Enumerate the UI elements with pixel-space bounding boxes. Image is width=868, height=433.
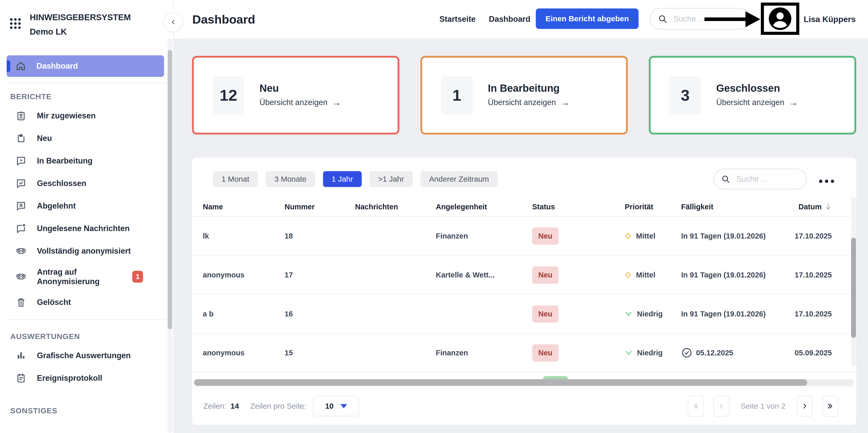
card-overview-link[interactable]: Übersicht anzeigen →: [488, 97, 569, 108]
chevron-right-icon: [800, 402, 809, 410]
nav-dashboard[interactable]: Dashboard: [489, 14, 530, 24]
filter-1-jahr[interactable]: 1 Jahr: [323, 171, 362, 187]
sidebar-item-in-bearbeitung[interactable]: In Bearbeitung: [0, 149, 173, 172]
sidebar: HINWEISGEBERSYSTEM Demo LK Dashboard BER…: [0, 0, 174, 433]
sidebar-item-abgelehnt[interactable]: Abgelehnt: [0, 195, 173, 217]
sidebar-collapse-button[interactable]: [163, 12, 183, 32]
status-badge: Neu: [532, 228, 559, 245]
table-row[interactable]: anonymous 15 Finanzen Neu Niedrig: [192, 334, 856, 372]
sidebar-item-mir-zugewiesen[interactable]: Mir zugewiesen: [0, 104, 173, 127]
search-icon: [657, 14, 668, 24]
divider: [7, 82, 166, 83]
table-vertical-scrollbar[interactable]: [851, 238, 856, 338]
column-header-datum[interactable]: Datum: [784, 203, 832, 211]
sidebar-section-auswertungen: AUSWERTUNGEN: [10, 332, 173, 341]
unread-chat-icon: [16, 223, 27, 234]
table-search-input[interactable]: [736, 174, 787, 184]
filter-anderer-zeitraum[interactable]: Anderer Zeitraum: [421, 171, 498, 187]
column-header-name[interactable]: Name: [203, 203, 284, 211]
app-logo: HINWEISGEBERSYSTEM Demo LK: [0, 0, 173, 39]
main-area: Dashboard Startseite Dashboard Einen Ber…: [174, 0, 868, 433]
rows-count: 14: [230, 402, 239, 410]
sidebar-item-ereignisprotokoll[interactable]: Ereignisprotokoll: [0, 367, 173, 390]
sidebar-section-sonstiges: SONSTIGES: [10, 406, 173, 415]
card-overview-link[interactable]: Übersicht anzeigen →: [259, 97, 341, 108]
column-header-faelligkeit[interactable]: Fälligkeit: [681, 203, 784, 211]
chevron-left-icon: [717, 402, 726, 410]
avatar-icon: [768, 6, 793, 31]
card-title: Geschlossen: [716, 82, 798, 94]
search-icon: [721, 174, 731, 184]
column-header-nachrichten[interactable]: Nachrichten: [355, 203, 436, 211]
previous-page-button[interactable]: [713, 396, 729, 417]
arrow-right-icon: →: [560, 97, 569, 108]
column-header-prioritaet[interactable]: Priorität: [625, 203, 681, 211]
card-in-bearbeitung: 1 In Bearbeitung Übersicht anzeigen →: [421, 56, 628, 134]
app-title: HINWEISGEBERSYSTEM Demo LK: [30, 10, 131, 39]
dropdown-arrow-icon: [340, 404, 347, 408]
double-chevron-left-icon: [691, 402, 700, 410]
bar-chart-icon: [16, 350, 27, 361]
table-header-row: Name Nummer Nachrichten Angelegenheit St…: [192, 197, 856, 217]
status-badge: Neu: [532, 344, 559, 362]
trash-icon: [16, 297, 27, 308]
double-chevron-right-icon: [826, 402, 835, 410]
home-icon: [16, 61, 26, 71]
priority-mittel-icon: [625, 233, 631, 239]
content-area: 12 Neu Übersicht anzeigen → 1 In Bearbei…: [174, 38, 868, 433]
sidebar-item-geloescht[interactable]: Gelöscht: [0, 291, 173, 313]
more-options-icon[interactable]: [819, 179, 834, 183]
next-page-button[interactable]: [797, 396, 813, 417]
sidebar-item-dashboard[interactable]: Dashboard: [7, 55, 164, 77]
top-bar: Dashboard Startseite Dashboard Einen Ber…: [174, 0, 868, 38]
arrow-right-icon: →: [332, 97, 341, 108]
last-page-button[interactable]: [823, 396, 838, 417]
table-search: [713, 169, 807, 190]
table-row[interactable]: a b 16 Neu Niedrig In 91 Tagen (19.01.20…: [192, 295, 856, 334]
submit-report-button[interactable]: Einen Bericht abgeben: [536, 8, 639, 29]
chevron-left-icon: [169, 18, 177, 26]
check-circle-icon: [681, 347, 692, 359]
card-count: 12: [213, 76, 244, 114]
rows-per-page-select[interactable]: 10: [313, 396, 359, 417]
user-name: Lisa Küppers: [804, 14, 856, 24]
sidebar-item-vollstaendig-anonymisiert[interactable]: Vollständig anonymisiert: [0, 240, 173, 262]
column-header-nummer[interactable]: Nummer: [284, 203, 355, 211]
table-horizontal-scrollbar[interactable]: [194, 379, 807, 386]
sidebar-item-geschlossen[interactable]: Geschlossen: [0, 172, 173, 195]
status-badge: Neu: [532, 305, 559, 323]
annotation-arrow-icon: [705, 9, 762, 29]
card-title: In Bearbeitung: [488, 82, 569, 94]
filter-gt-1-jahr[interactable]: >1 Jahr: [369, 171, 413, 187]
priority-niedrig-icon: [625, 311, 632, 317]
first-page-button[interactable]: [688, 396, 704, 417]
column-header-status[interactable]: Status: [532, 203, 625, 211]
mask-icon: [16, 271, 27, 282]
sort-desc-icon: [825, 203, 832, 210]
assigned-badge-icon: [16, 110, 27, 122]
arrow-right-icon: →: [789, 97, 798, 108]
status-badge: Neu: [532, 266, 559, 284]
sidebar-scrollbar[interactable]: [168, 50, 172, 329]
nav-startseite[interactable]: Startseite: [439, 14, 475, 24]
sidebar-scrollbar-track: [168, 38, 172, 433]
event-log-icon: [16, 372, 27, 384]
mask-icon: [16, 245, 27, 257]
page-indicator: Seite 1 von 2: [741, 402, 785, 410]
sidebar-item-neu[interactable]: Neu: [0, 127, 173, 149]
card-overview-link[interactable]: Übersicht anzeigen →: [716, 97, 798, 108]
card-neu: 12 Neu Übersicht anzeigen →: [192, 56, 399, 134]
sidebar-item-grafische-auswertungen[interactable]: Grafische Auswertungen: [0, 344, 173, 367]
column-header-angelegenheit[interactable]: Angelegenheit: [436, 203, 532, 211]
rows-per-page-label: Zeilen pro Seite:: [250, 402, 306, 410]
table-row[interactable]: lk 18 Finanzen Neu Mittel In 91 Tagen (1…: [192, 217, 856, 256]
sidebar-item-antrag-auf-anonymisierung[interactable]: Antrag auf Anonymisierung 1: [0, 262, 173, 291]
table-row[interactable]: anonymous 17 Kartelle & Wett... Neu Mitt…: [192, 256, 856, 295]
closed-chat-icon: [16, 178, 27, 189]
card-count: 3: [670, 76, 701, 114]
grid-apps-icon: [9, 18, 22, 30]
filter-3-monate[interactable]: 3 Monate: [266, 171, 315, 187]
filter-1-monat[interactable]: 1 Monat: [213, 171, 258, 187]
avatar-highlight-box[interactable]: [761, 3, 799, 35]
sidebar-item-ungelesene-nachrichten[interactable]: Ungelesene Nachrichten: [0, 217, 173, 240]
